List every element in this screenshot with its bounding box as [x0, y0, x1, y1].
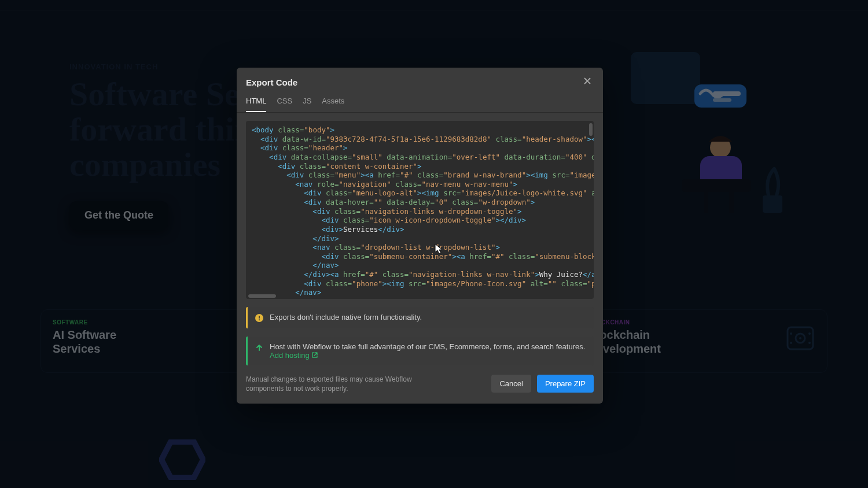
- warning-notice: Exports don't include native form functi…: [246, 307, 594, 328]
- warning-text: Exports don't include native form functi…: [270, 313, 587, 321]
- info-text: Host with Webflow to take full advantage…: [270, 342, 587, 360]
- external-link-icon: [311, 352, 318, 358]
- footer-actions: Cancel Prepare ZIP: [491, 375, 594, 393]
- code-content: <body class="body"> <div data-w-id="9383…: [246, 121, 594, 299]
- info-message: Host with Webflow to take full advantage…: [270, 342, 585, 351]
- code-preview[interactable]: <body class="body"> <div data-w-id="9383…: [246, 121, 594, 299]
- tab-assets[interactable]: Assets: [322, 97, 344, 112]
- close-button[interactable]: [581, 76, 594, 88]
- export-code-modal: Export Code HTML CSS JS Assets <body cla…: [237, 68, 603, 404]
- tab-html[interactable]: HTML: [246, 97, 266, 112]
- horizontal-scrollbar[interactable]: [248, 294, 276, 298]
- info-notice: Host with Webflow to take full advantage…: [246, 337, 594, 365]
- svg-rect-22: [259, 316, 260, 319]
- vertical-scrollbar[interactable]: [589, 123, 593, 136]
- modal-header: Export Code: [237, 68, 603, 88]
- add-hosting-label: Add hosting: [270, 351, 310, 360]
- arrow-up-icon: [255, 343, 264, 352]
- cancel-button[interactable]: Cancel: [491, 375, 531, 393]
- tab-css[interactable]: CSS: [277, 97, 292, 112]
- info-icon: [255, 313, 264, 323]
- tab-js[interactable]: JS: [303, 97, 311, 112]
- add-hosting-link[interactable]: Add hosting: [270, 351, 318, 360]
- svg-point-23: [259, 319, 260, 320]
- code-tabs: HTML CSS JS Assets: [237, 88, 603, 113]
- close-icon: [583, 77, 591, 87]
- footer-note: Manual changes to exported files may cau…: [246, 375, 420, 393]
- modal-footer: Manual changes to exported files may cau…: [237, 365, 603, 404]
- modal-title: Export Code: [246, 77, 297, 87]
- prepare-zip-button[interactable]: Prepare ZIP: [537, 375, 594, 393]
